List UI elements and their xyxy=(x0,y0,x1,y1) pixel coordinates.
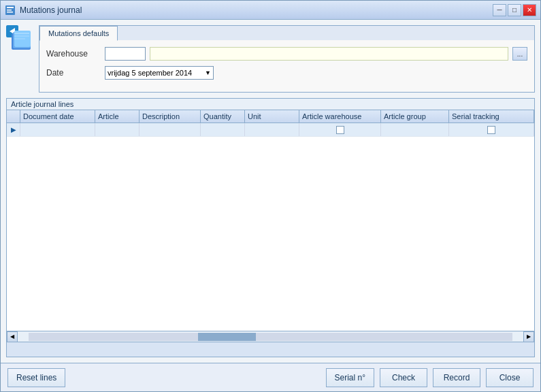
warehouse-checkbox[interactable] xyxy=(336,126,344,134)
col-header-article: Article xyxy=(95,110,140,122)
row-1-group[interactable] xyxy=(381,123,449,136)
status-bar xyxy=(7,342,534,357)
date-dropdown-button[interactable]: ▼ xyxy=(205,69,211,76)
reset-lines-button[interactable]: Reset lines xyxy=(7,368,65,387)
row-1-serial[interactable] xyxy=(449,123,534,136)
date-label: Date xyxy=(46,68,101,78)
book-icon xyxy=(6,25,33,52)
svg-rect-2 xyxy=(7,10,12,11)
close-window-button[interactable]: ✕ xyxy=(523,4,536,16)
scroll-right-button[interactable]: ▶ xyxy=(523,331,534,342)
window-title: Mutations journal xyxy=(20,5,82,15)
top-section: Mutations defaults Warehouse ... Date xyxy=(6,25,535,93)
scrollbar-track xyxy=(29,333,512,341)
svg-rect-1 xyxy=(7,7,14,8)
tab-content: Warehouse ... Date vrijdag 5 september 2… xyxy=(39,40,534,92)
warehouse-name-input[interactable] xyxy=(150,47,508,61)
minimize-button[interactable]: ─ xyxy=(493,4,506,16)
tab-panel: Mutations defaults Warehouse ... Date xyxy=(39,25,535,93)
col-header-qty: Quantity xyxy=(201,110,245,122)
grid-body[interactable]: ▶ xyxy=(7,123,534,331)
serial-checkbox[interactable] xyxy=(487,126,495,134)
row-1-docdate[interactable] xyxy=(20,123,95,136)
date-row: Date vrijdag 5 september 2014 ▼ xyxy=(46,66,527,80)
article-journal-section: Article journal lines Document date Arti… xyxy=(6,98,535,357)
content-area: Mutations defaults Warehouse ... Date xyxy=(1,20,540,363)
tab-mutations-defaults[interactable]: Mutations defaults xyxy=(39,26,118,41)
row-1-warehouse[interactable] xyxy=(299,123,381,136)
tab-header: Mutations defaults xyxy=(39,26,534,40)
scroll-left-button[interactable]: ◀ xyxy=(7,331,18,342)
grid-row-1[interactable]: ▶ xyxy=(7,123,534,137)
row-1-qty[interactable] xyxy=(201,123,245,136)
main-window: Mutations journal ─ □ ✕ xyxy=(0,0,541,392)
col-header-docdate: Document date xyxy=(20,110,95,122)
scrollbar-thumb[interactable] xyxy=(198,333,256,341)
warehouse-browse-button[interactable]: ... xyxy=(512,47,527,61)
col-header-rownum xyxy=(7,110,20,122)
col-header-desc: Description xyxy=(140,110,201,122)
row-arrow-cell: ▶ xyxy=(7,123,20,136)
warehouse-row: Warehouse ... xyxy=(46,47,527,61)
col-header-group: Article group xyxy=(381,110,449,122)
col-header-warehouse: Article warehouse xyxy=(299,110,381,122)
row-1-unit[interactable] xyxy=(245,123,299,136)
title-bar: Mutations journal ─ □ ✕ xyxy=(1,1,540,20)
horizontal-scrollbar[interactable]: ◀ ▶ xyxy=(7,331,534,342)
svg-rect-3 xyxy=(7,12,13,13)
grid-header: Document date Article Description Quanti… xyxy=(7,110,534,123)
warehouse-label: Warehouse xyxy=(46,49,101,59)
row-1-article[interactable] xyxy=(95,123,140,136)
date-value: vrijdag 5 september 2014 xyxy=(108,69,192,77)
warehouse-code-input[interactable] xyxy=(105,47,146,61)
row-1-desc[interactable] xyxy=(140,123,201,136)
col-header-unit: Unit xyxy=(245,110,299,122)
close-button[interactable]: Close xyxy=(486,368,534,387)
serial-n-button[interactable]: Serial n° xyxy=(326,368,375,387)
check-button[interactable]: Check xyxy=(380,368,427,387)
maximize-button[interactable]: □ xyxy=(508,4,521,16)
bottom-bar: Reset lines Serial n° Check Record Close xyxy=(1,363,540,391)
book-icon-container xyxy=(6,25,33,52)
grid-container: Document date Article Description Quanti… xyxy=(7,110,534,357)
record-button[interactable]: Record xyxy=(433,368,480,387)
window-app-icon xyxy=(5,5,16,16)
date-input-container[interactable]: vrijdag 5 september 2014 ▼ xyxy=(105,66,214,80)
article-section-legend: Article journal lines xyxy=(7,99,534,110)
col-header-serial: Serial tracking xyxy=(449,110,534,122)
